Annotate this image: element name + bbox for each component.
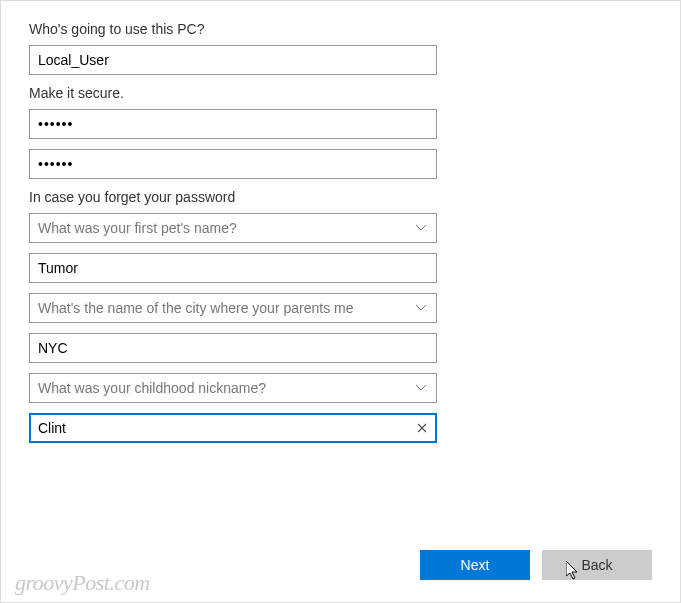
password-input[interactable]	[29, 109, 437, 139]
security-question-3-select[interactable]: What was your childhood nickname?	[29, 373, 437, 403]
next-button[interactable]: Next	[420, 550, 530, 580]
security-question-3-text: What was your childhood nickname?	[29, 373, 437, 403]
secure-label: Make it secure.	[29, 85, 652, 101]
security-question-1-select[interactable]: What was your first pet's name?	[29, 213, 437, 243]
confirm-password-input[interactable]	[29, 149, 437, 179]
security-question-2-select[interactable]: What's the name of the city where your p…	[29, 293, 437, 323]
watermark-text: groovyPost.com	[15, 570, 150, 596]
security-question-1-text: What was your first pet's name?	[29, 213, 437, 243]
security-answer-2-input[interactable]	[29, 333, 437, 363]
back-button[interactable]: Back	[542, 550, 652, 580]
security-question-2-text: What's the name of the city where your p…	[29, 293, 437, 323]
username-label: Who's going to use this PC?	[29, 21, 652, 37]
security-answer-3-input[interactable]	[29, 413, 437, 443]
security-questions-label: In case you forget your password	[29, 189, 652, 205]
clear-input-button[interactable]	[413, 419, 431, 437]
close-icon	[417, 423, 427, 433]
security-answer-1-input[interactable]	[29, 253, 437, 283]
username-input[interactable]	[29, 45, 437, 75]
